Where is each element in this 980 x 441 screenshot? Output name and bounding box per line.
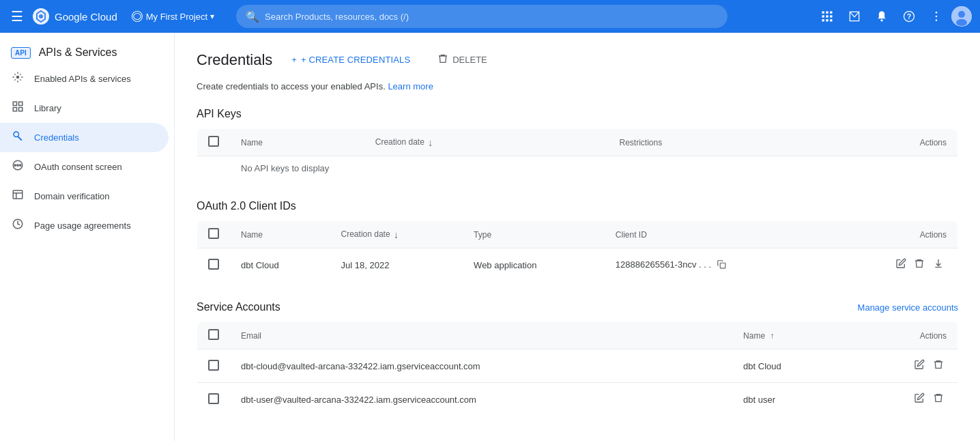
api-keys-restrictions-header: Restrictions [609, 129, 807, 156]
oauth-row-checkbox-cell [197, 248, 231, 282]
manage-service-accounts-link[interactable]: Manage service accounts [858, 302, 958, 313]
api-keys-header-row: Name Creation date ↓ Restrictions Action… [197, 129, 958, 156]
sidebar-item-domain-verification-label: Domain verification [34, 191, 110, 201]
project-dropdown-icon: ▾ [210, 12, 214, 21]
edit-sa1-button[interactable] [911, 356, 927, 375]
topbar-right: ? [815, 4, 972, 29]
svg-point-1 [39, 14, 43, 18]
service-accounts-section: Service Accounts Manage service accounts… [197, 301, 958, 416]
delete-icon [437, 53, 448, 66]
svg-rect-23 [19, 102, 23, 105]
menu-icon[interactable]: ☰ [8, 5, 26, 27]
svg-rect-5 [830, 12, 832, 14]
api-keys-table: Name Creation date ↓ Restrictions Action… [197, 128, 958, 181]
oauth-row-checkbox[interactable] [208, 259, 219, 270]
search-placeholder: Search Products, resources, docs (/) [265, 12, 409, 22]
sidebar-item-credentials[interactable]: Credentials [0, 123, 169, 152]
search-icon: 🔍 [246, 10, 259, 23]
sa-row1-actions [848, 350, 958, 383]
edit-oauth-button[interactable] [893, 255, 909, 274]
sidebar-item-library[interactable]: Library [0, 94, 169, 123]
oauth-type-header: Type [463, 221, 605, 248]
edit-sa2-button[interactable] [911, 390, 927, 409]
notifications-button[interactable] [869, 4, 894, 29]
api-badge: API [11, 47, 31, 59]
create-credentials-label: + CREATE CREDENTIALS [301, 55, 410, 65]
oauth-client-id-header: Client ID [605, 221, 831, 248]
project-selector[interactable]: My First Project ▾ [126, 8, 220, 25]
more-options-button[interactable] [924, 4, 949, 29]
oauth-section: OAuth 2.0 Client IDs Name Creation date … [197, 200, 958, 282]
api-keys-actions-header: Actions [807, 129, 958, 156]
api-keys-empty-checkbox-cell [197, 156, 231, 181]
google-cloud-logo[interactable]: Google Cloud [31, 7, 117, 26]
svg-text:?: ? [907, 12, 912, 20]
delete-sa1-button[interactable] [930, 356, 947, 375]
page-header: Credentials + + CREATE CREDENTIALS DELET… [197, 49, 958, 70]
sidebar-item-oauth-consent-label: OAuth consent screen [34, 162, 122, 172]
svg-point-30 [20, 165, 21, 166]
oauth-header-row: Name Creation date ↓ Type Client ID Acti… [197, 221, 958, 248]
api-keys-select-all-header [197, 129, 231, 156]
sa-row1-checkbox[interactable] [208, 360, 219, 371]
create-credentials-button[interactable]: + + CREATE CREDENTIALS [283, 51, 418, 69]
svg-rect-9 [822, 19, 824, 21]
oauth-creation-date-header[interactable]: Creation date ↓ [330, 221, 463, 248]
info-text: Create credentials to access your enable… [197, 81, 386, 91]
domain-verification-icon [11, 188, 25, 204]
sa-select-all-checkbox[interactable] [208, 329, 219, 340]
gmail-button[interactable] [842, 4, 867, 29]
sidebar-item-page-usage[interactable]: Page usage agreements [0, 211, 169, 240]
svg-point-12 [880, 19, 882, 21]
oauth-select-all-header [197, 221, 231, 248]
apps-button[interactable] [815, 4, 839, 29]
delete-button[interactable]: DELETE [429, 49, 495, 70]
copy-client-id-button[interactable] [714, 258, 729, 272]
sa-name-header[interactable]: Name ↑ [732, 322, 848, 350]
sidebar-item-enabled-apis-label: Enabled APIs & services [34, 74, 131, 84]
svg-point-29 [17, 165, 18, 166]
sidebar: API APIs & Services Enabled APIs & servi… [0, 33, 175, 441]
sidebar-item-enabled-apis[interactable]: Enabled APIs & services [0, 64, 169, 94]
sa-email-header: Email [230, 322, 732, 350]
help-button[interactable]: ? [897, 4, 921, 29]
sa-row2-checkbox[interactable] [208, 393, 219, 404]
oauth-row-actions [831, 248, 958, 282]
avatar[interactable] [951, 6, 972, 27]
sa-row2-actions [848, 383, 958, 416]
oauth-row-creation-date: Jul 18, 2022 [330, 248, 463, 282]
download-oauth-button[interactable] [930, 255, 947, 274]
service-accounts-header-row: Email Name ↑ Actions [197, 322, 958, 350]
delete-oauth-button[interactable] [911, 255, 927, 274]
api-keys-select-all-checkbox[interactable] [208, 136, 219, 147]
svg-rect-3 [822, 12, 824, 14]
library-icon [11, 100, 25, 116]
svg-rect-24 [13, 108, 16, 111]
table-row: dbt-user@vaulted-arcana-332422.iam.gserv… [197, 383, 958, 416]
main-content: Credentials + + CREATE CREDENTIALS DELET… [175, 33, 980, 441]
creation-date-sort-icon: ↓ [428, 137, 433, 148]
oauth-row-client-id: 128886265561-3ncv . . . [605, 248, 831, 282]
svg-rect-11 [830, 19, 832, 21]
sidebar-item-domain-verification[interactable]: Domain verification [0, 182, 169, 211]
client-id-value: 128886265561-3ncv . . . [616, 259, 711, 269]
svg-rect-7 [826, 15, 828, 17]
svg-point-16 [936, 16, 938, 18]
sidebar-item-page-usage-label: Page usage agreements [34, 220, 131, 231]
oauth-row-name: dbt Cloud [230, 248, 330, 282]
search-bar[interactable]: 🔍 Search Products, resources, docs (/) [236, 5, 727, 28]
svg-rect-6 [822, 15, 824, 17]
svg-point-28 [14, 165, 16, 166]
learn-more-link[interactable]: Learn more [388, 81, 433, 91]
delete-sa2-button[interactable] [930, 390, 947, 409]
svg-rect-25 [19, 108, 23, 111]
sidebar-item-oauth-consent[interactable]: OAuth consent screen [0, 152, 169, 182]
sidebar-header: API APIs & Services [0, 38, 174, 64]
logo-text: Google Cloud [55, 11, 117, 23]
sidebar-item-credentials-label: Credentials [34, 132, 79, 143]
oauth-select-all-checkbox[interactable] [208, 228, 219, 239]
svg-rect-22 [13, 102, 16, 105]
oauth-actions-header: Actions [831, 221, 958, 248]
svg-rect-4 [826, 12, 828, 14]
api-keys-creation-date-header[interactable]: Creation date ↓ [364, 129, 609, 156]
